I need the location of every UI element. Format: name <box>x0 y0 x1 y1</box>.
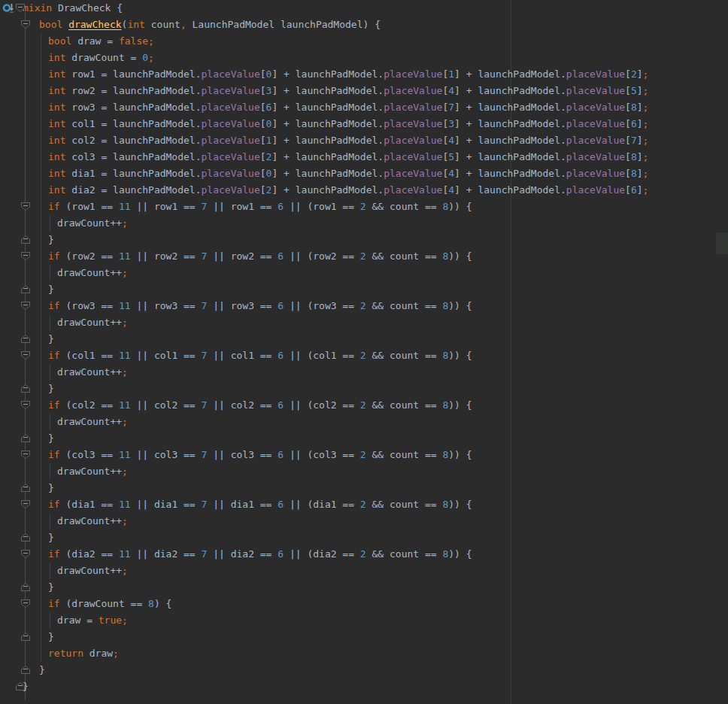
fold-marker-down-icon[interactable] <box>21 500 30 508</box>
code-line[interactable]: } <box>48 430 54 447</box>
code-line[interactable]: int row1 = launchPadModel.placeValue[0] … <box>48 66 648 83</box>
code-line[interactable]: if (drawCount == 8) { <box>48 596 171 612</box>
code-token-t: ] + launchPadModel. <box>271 151 384 162</box>
code-token-t: ] + launchPadModel. <box>454 118 566 129</box>
fold-marker-down-icon[interactable] <box>21 550 30 558</box>
code-line[interactable]: bool draw = false; <box>48 33 154 50</box>
fold-marker-up-icon[interactable] <box>21 633 30 641</box>
code-token-n: 4 <box>448 168 454 179</box>
code-line[interactable]: } <box>48 232 54 248</box>
code-token-n: 11 <box>119 300 131 311</box>
code-token-t: DrawCheck { <box>52 2 123 14</box>
code-token-t: ] + launchPadModel. <box>271 102 384 113</box>
code-token-n: 7 <box>448 102 454 113</box>
fold-marker-down-icon[interactable] <box>21 401 30 409</box>
code-line[interactable]: draw = true; <box>57 612 128 629</box>
code-line[interactable]: if (row2 == 11 || row2 == 7 || row2 == 6… <box>48 248 472 265</box>
code-line[interactable]: drawCount++; <box>57 513 128 530</box>
code-line[interactable]: } <box>48 629 54 645</box>
code-line[interactable]: int dia2 = launchPadModel.placeValue[2] … <box>48 182 648 199</box>
code-line[interactable]: } <box>48 480 54 496</box>
code-line[interactable]: } <box>48 281 54 298</box>
code-token-t: )) { <box>448 499 472 510</box>
code-line[interactable]: int row2 = launchPadModel.placeValue[3] … <box>48 83 648 99</box>
code-token-k: int <box>48 52 65 63</box>
code-line[interactable]: if (row1 == 11 || row1 == 7 || row1 == 6… <box>48 199 472 215</box>
indent-guide <box>50 215 50 232</box>
fold-marker-up-icon[interactable] <box>21 583 30 591</box>
fold-marker-up-icon[interactable] <box>21 533 30 542</box>
code-line[interactable]: } <box>39 662 45 678</box>
code-token-n: 2 <box>360 499 366 510</box>
code-token-p: ; <box>643 85 649 96</box>
code-line[interactable]: drawCount++; <box>57 314 128 331</box>
code-token-p: ; <box>643 102 649 113</box>
fold-marker-up-icon[interactable] <box>21 335 30 343</box>
indent-guide <box>50 612 50 629</box>
scrollbar-thumb[interactable] <box>716 232 728 254</box>
fold-marker-down-icon[interactable] <box>21 451 30 459</box>
code-line[interactable]: bool drawCheck(int count, LaunchPadModel… <box>39 17 381 33</box>
code-token-t: LaunchPadModel launchPadModel) { <box>187 19 381 30</box>
fold-marker-up-icon[interactable] <box>21 235 30 244</box>
code-line[interactable]: drawCount++; <box>57 463 128 480</box>
code-line[interactable]: drawCount++; <box>57 414 128 430</box>
code-line[interactable]: if (col2 == 11 || col2 == 7 || col2 == 6… <box>48 397 472 414</box>
code-line[interactable]: drawCount++; <box>57 563 128 579</box>
code-line[interactable]: mixin DrawCheck { <box>23 0 123 17</box>
code-line[interactable]: if (col3 == 11 || col3 == 7 || col3 == 6… <box>48 447 472 463</box>
code-line[interactable]: int dia1 = launchPadModel.placeValue[0] … <box>48 165 648 182</box>
code-line[interactable]: drawCount++; <box>57 215 128 232</box>
code-line[interactable]: int col3 = launchPadModel.placeValue[2] … <box>48 149 648 165</box>
code-line[interactable]: int drawCount = 0; <box>48 50 154 66</box>
code-line[interactable]: drawCount++; <box>57 265 128 281</box>
code-token-t: || row3 == <box>131 300 202 311</box>
code-line[interactable]: if (col1 == 11 || col1 == 7 || col1 == 6… <box>48 347 472 364</box>
fold-marker-down-icon[interactable] <box>21 599 30 608</box>
code-line[interactable]: if (dia1 == 11 || dia1 == 7 || dia1 == 6… <box>48 496 472 513</box>
code-line[interactable]: } <box>48 381 54 397</box>
code-line[interactable]: } <box>48 331 54 347</box>
code-token-k: if <box>48 548 60 560</box>
code-line[interactable]: return draw; <box>48 645 119 662</box>
fold-marker-up-icon[interactable] <box>21 666 30 674</box>
code-token-n: 11 <box>119 250 131 262</box>
fold-marker-up-icon[interactable] <box>21 434 30 442</box>
indent-guide <box>41 33 41 662</box>
code-token-n: 4 <box>448 184 454 196</box>
code-token-t: ] + launchPadModel. <box>271 184 384 196</box>
code-token-n: 2 <box>360 250 366 262</box>
code-token-f: placeValue <box>384 168 442 179</box>
code-token-n: 6 <box>278 250 284 262</box>
code-token-k: int <box>48 68 65 80</box>
code-line[interactable]: int col2 = launchPadModel.placeValue[1] … <box>48 132 648 149</box>
code-line[interactable]: int col1 = launchPadModel.placeValue[0] … <box>48 116 648 132</box>
fold-marker-down-icon[interactable] <box>21 252 30 260</box>
fold-marker-down-icon[interactable] <box>21 302 30 310</box>
code-line[interactable]: if (dia2 == 11 || dia2 == 7 || dia2 == 6… <box>48 546 472 563</box>
code-token-t: [ <box>625 168 631 179</box>
code-token-k: int <box>127 19 144 30</box>
fold-marker-down-icon[interactable] <box>21 202 30 211</box>
fold-marker-up-icon[interactable] <box>21 285 30 293</box>
fold-marker-up-icon[interactable] <box>21 484 30 492</box>
code-token-f: placeValue <box>384 68 442 80</box>
code-token-t: || col3 == <box>131 449 202 460</box>
code-line[interactable]: if (row3 == 11 || row3 == 7 || row3 == 6… <box>48 298 472 314</box>
code-token-t: )) { <box>448 250 472 262</box>
fold-marker-up-icon[interactable] <box>21 384 30 393</box>
code-token-p: , <box>180 19 187 30</box>
code-token-t: [ <box>260 102 266 113</box>
code-token-f: placeValue <box>566 85 625 96</box>
fold-marker-down-icon[interactable] <box>21 351 30 360</box>
code-line[interactable]: } <box>48 579 54 596</box>
code-line[interactable]: } <box>48 530 54 546</box>
code-token-t: )) { <box>448 350 472 361</box>
code-token-t: [ <box>625 151 631 162</box>
fold-marker-down-icon[interactable] <box>21 20 30 29</box>
code-line[interactable]: drawCount++; <box>57 364 128 381</box>
gutter-override-icon[interactable] <box>2 2 15 14</box>
code-token-n: 6 <box>278 201 284 212</box>
code-line[interactable]: int row3 = launchPadModel.placeValue[6] … <box>48 99 648 116</box>
code-token-p: ; <box>643 118 649 129</box>
